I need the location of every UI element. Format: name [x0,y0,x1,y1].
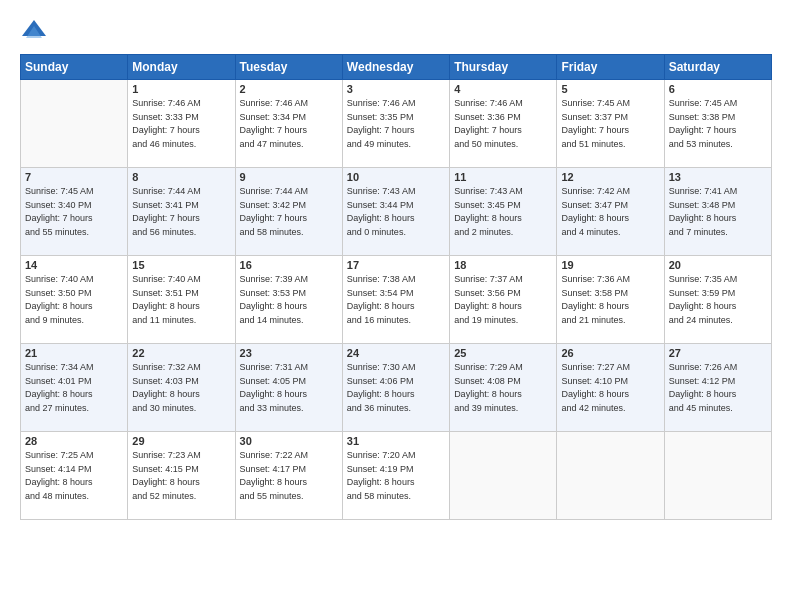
day-info: Sunrise: 7:45 AMSunset: 3:38 PMDaylight:… [669,97,767,151]
calendar-cell: 27Sunrise: 7:26 AMSunset: 4:12 PMDayligh… [664,344,771,432]
day-info: Sunrise: 7:40 AMSunset: 3:51 PMDaylight:… [132,273,230,327]
day-number: 31 [347,435,445,447]
day-info: Sunrise: 7:40 AMSunset: 3:50 PMDaylight:… [25,273,123,327]
day-info: Sunrise: 7:26 AMSunset: 4:12 PMDaylight:… [669,361,767,415]
calendar-cell: 11Sunrise: 7:43 AMSunset: 3:45 PMDayligh… [450,168,557,256]
calendar-cell: 18Sunrise: 7:37 AMSunset: 3:56 PMDayligh… [450,256,557,344]
calendar-cell: 17Sunrise: 7:38 AMSunset: 3:54 PMDayligh… [342,256,449,344]
day-header-monday: Monday [128,55,235,80]
calendar-cell: 1Sunrise: 7:46 AMSunset: 3:33 PMDaylight… [128,80,235,168]
day-info: Sunrise: 7:44 AMSunset: 3:42 PMDaylight:… [240,185,338,239]
calendar-cell: 6Sunrise: 7:45 AMSunset: 3:38 PMDaylight… [664,80,771,168]
day-header-sunday: Sunday [21,55,128,80]
calendar-cell: 7Sunrise: 7:45 AMSunset: 3:40 PMDaylight… [21,168,128,256]
day-info: Sunrise: 7:22 AMSunset: 4:17 PMDaylight:… [240,449,338,503]
day-number: 20 [669,259,767,271]
calendar-cell: 13Sunrise: 7:41 AMSunset: 3:48 PMDayligh… [664,168,771,256]
day-number: 29 [132,435,230,447]
calendar-cell [21,80,128,168]
day-info: Sunrise: 7:38 AMSunset: 3:54 PMDaylight:… [347,273,445,327]
day-info: Sunrise: 7:27 AMSunset: 4:10 PMDaylight:… [561,361,659,415]
calendar-cell [557,432,664,520]
day-info: Sunrise: 7:35 AMSunset: 3:59 PMDaylight:… [669,273,767,327]
day-info: Sunrise: 7:46 AMSunset: 3:33 PMDaylight:… [132,97,230,151]
calendar-week-1: 1Sunrise: 7:46 AMSunset: 3:33 PMDaylight… [21,80,772,168]
logo [20,16,52,44]
calendar-cell: 25Sunrise: 7:29 AMSunset: 4:08 PMDayligh… [450,344,557,432]
calendar-cell: 3Sunrise: 7:46 AMSunset: 3:35 PMDaylight… [342,80,449,168]
day-header-wednesday: Wednesday [342,55,449,80]
day-info: Sunrise: 7:43 AMSunset: 3:45 PMDaylight:… [454,185,552,239]
day-info: Sunrise: 7:30 AMSunset: 4:06 PMDaylight:… [347,361,445,415]
day-number: 6 [669,83,767,95]
day-number: 30 [240,435,338,447]
calendar-week-5: 28Sunrise: 7:25 AMSunset: 4:14 PMDayligh… [21,432,772,520]
day-number: 1 [132,83,230,95]
header [20,16,772,44]
day-info: Sunrise: 7:34 AMSunset: 4:01 PMDaylight:… [25,361,123,415]
day-number: 21 [25,347,123,359]
calendar-cell: 2Sunrise: 7:46 AMSunset: 3:34 PMDaylight… [235,80,342,168]
day-info: Sunrise: 7:45 AMSunset: 3:40 PMDaylight:… [25,185,123,239]
day-header-tuesday: Tuesday [235,55,342,80]
day-number: 16 [240,259,338,271]
day-number: 28 [25,435,123,447]
calendar-cell: 30Sunrise: 7:22 AMSunset: 4:17 PMDayligh… [235,432,342,520]
calendar-cell: 29Sunrise: 7:23 AMSunset: 4:15 PMDayligh… [128,432,235,520]
calendar-cell [450,432,557,520]
day-number: 25 [454,347,552,359]
day-number: 2 [240,83,338,95]
day-number: 7 [25,171,123,183]
day-info: Sunrise: 7:39 AMSunset: 3:53 PMDaylight:… [240,273,338,327]
calendar-cell: 24Sunrise: 7:30 AMSunset: 4:06 PMDayligh… [342,344,449,432]
day-header-friday: Friday [557,55,664,80]
day-info: Sunrise: 7:46 AMSunset: 3:34 PMDaylight:… [240,97,338,151]
day-number: 26 [561,347,659,359]
day-number: 13 [669,171,767,183]
calendar-header-row: SundayMondayTuesdayWednesdayThursdayFrid… [21,55,772,80]
day-info: Sunrise: 7:42 AMSunset: 3:47 PMDaylight:… [561,185,659,239]
day-number: 22 [132,347,230,359]
day-info: Sunrise: 7:36 AMSunset: 3:58 PMDaylight:… [561,273,659,327]
day-number: 11 [454,171,552,183]
calendar-cell: 22Sunrise: 7:32 AMSunset: 4:03 PMDayligh… [128,344,235,432]
calendar-week-4: 21Sunrise: 7:34 AMSunset: 4:01 PMDayligh… [21,344,772,432]
day-header-thursday: Thursday [450,55,557,80]
day-info: Sunrise: 7:25 AMSunset: 4:14 PMDaylight:… [25,449,123,503]
day-info: Sunrise: 7:32 AMSunset: 4:03 PMDaylight:… [132,361,230,415]
page: SundayMondayTuesdayWednesdayThursdayFrid… [0,0,792,612]
calendar-cell: 31Sunrise: 7:20 AMSunset: 4:19 PMDayligh… [342,432,449,520]
day-info: Sunrise: 7:45 AMSunset: 3:37 PMDaylight:… [561,97,659,151]
day-info: Sunrise: 7:31 AMSunset: 4:05 PMDaylight:… [240,361,338,415]
day-number: 9 [240,171,338,183]
calendar-cell: 20Sunrise: 7:35 AMSunset: 3:59 PMDayligh… [664,256,771,344]
calendar-cell: 26Sunrise: 7:27 AMSunset: 4:10 PMDayligh… [557,344,664,432]
day-number: 3 [347,83,445,95]
calendar-cell: 12Sunrise: 7:42 AMSunset: 3:47 PMDayligh… [557,168,664,256]
day-info: Sunrise: 7:43 AMSunset: 3:44 PMDaylight:… [347,185,445,239]
calendar-cell: 23Sunrise: 7:31 AMSunset: 4:05 PMDayligh… [235,344,342,432]
calendar-cell: 8Sunrise: 7:44 AMSunset: 3:41 PMDaylight… [128,168,235,256]
day-number: 10 [347,171,445,183]
day-number: 14 [25,259,123,271]
day-number: 27 [669,347,767,359]
day-info: Sunrise: 7:46 AMSunset: 3:36 PMDaylight:… [454,97,552,151]
day-header-saturday: Saturday [664,55,771,80]
calendar-week-2: 7Sunrise: 7:45 AMSunset: 3:40 PMDaylight… [21,168,772,256]
day-number: 4 [454,83,552,95]
day-number: 12 [561,171,659,183]
day-info: Sunrise: 7:37 AMSunset: 3:56 PMDaylight:… [454,273,552,327]
calendar-table: SundayMondayTuesdayWednesdayThursdayFrid… [20,54,772,520]
day-info: Sunrise: 7:20 AMSunset: 4:19 PMDaylight:… [347,449,445,503]
logo-icon [20,16,48,44]
day-info: Sunrise: 7:44 AMSunset: 3:41 PMDaylight:… [132,185,230,239]
day-number: 15 [132,259,230,271]
day-number: 8 [132,171,230,183]
day-number: 23 [240,347,338,359]
day-number: 19 [561,259,659,271]
calendar-cell: 19Sunrise: 7:36 AMSunset: 3:58 PMDayligh… [557,256,664,344]
calendar-cell: 14Sunrise: 7:40 AMSunset: 3:50 PMDayligh… [21,256,128,344]
calendar-cell: 28Sunrise: 7:25 AMSunset: 4:14 PMDayligh… [21,432,128,520]
day-number: 18 [454,259,552,271]
calendar-cell: 9Sunrise: 7:44 AMSunset: 3:42 PMDaylight… [235,168,342,256]
